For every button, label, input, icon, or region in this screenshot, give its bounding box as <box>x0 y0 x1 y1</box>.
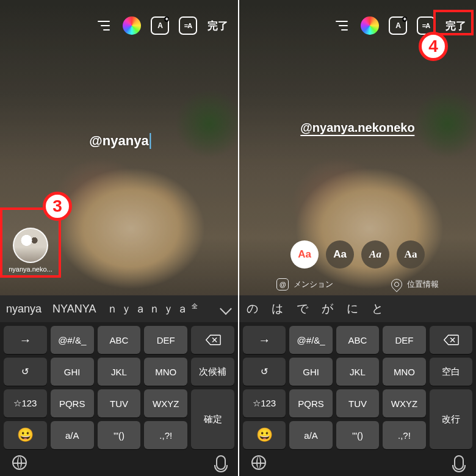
text-align-icon[interactable] <box>94 16 114 35</box>
key-case[interactable]: a/A <box>289 421 332 449</box>
annotation-step-3: 3 <box>43 192 72 221</box>
font-style-option[interactable]: Aa <box>397 240 425 269</box>
key-ghi[interactable]: GHI <box>289 358 332 386</box>
annotation-step-4: 4 <box>419 32 448 61</box>
mic-icon[interactable] <box>454 455 464 470</box>
expand-suggestions-icon[interactable] <box>220 305 232 313</box>
key-emoji[interactable]: 😀 <box>4 421 47 449</box>
keyboard-bottom-bar <box>243 453 472 476</box>
font-style-picker: Aa Aa Aa Aa <box>290 240 425 269</box>
key-undo[interactable]: ↺ <box>4 358 47 386</box>
ime-suggestion[interactable]: nyanya <box>6 303 41 316</box>
key-case[interactable]: a/A <box>51 421 94 449</box>
key-arrow[interactable]: → <box>4 326 47 354</box>
mic-icon[interactable] <box>216 455 226 470</box>
key-punct[interactable]: .,?! <box>383 421 425 449</box>
keyboard: → @#/&_ ABC DEF ↺ GHI JKL MNO 次候補 ☆123 P… <box>0 322 238 476</box>
ime-suggestion[interactable]: で <box>297 301 308 317</box>
text-align-icon[interactable] <box>332 16 352 35</box>
annotation-outline-done <box>433 10 474 35</box>
keyboard-bottom-bar <box>4 453 234 476</box>
suggestion-username: nyanya.neko... <box>9 265 52 273</box>
key-next-candidate[interactable]: 次候補 <box>191 358 234 386</box>
text-effects-button[interactable]: A✦ <box>150 16 170 35</box>
key-symbols[interactable]: @#/&_ <box>289 326 332 354</box>
location-pin-icon <box>389 276 404 292</box>
key-space[interactable]: 空白 <box>430 358 472 386</box>
mention-sticker-button[interactable]: @ メンション <box>276 278 333 290</box>
avatar <box>13 228 48 263</box>
key-quotes[interactable]: '"() <box>336 421 379 449</box>
screen-step-4: A✦ =A 完了 4 @nyanya.nekoneko Aa Aa Aa Aa … <box>238 0 476 476</box>
ime-suggestion[interactable]: と <box>372 301 383 317</box>
key-quotes[interactable]: '"() <box>98 421 141 449</box>
ime-suggestion[interactable]: NYANYA <box>52 303 96 316</box>
key-jkl[interactable]: JKL <box>336 358 379 386</box>
ime-suggestion[interactable]: が <box>322 301 333 317</box>
key-arrow[interactable]: → <box>243 326 286 354</box>
sticker-quick-actions: @ メンション 位置情報 <box>239 275 476 294</box>
key-undo[interactable]: ↺ <box>243 358 286 386</box>
font-style-option[interactable]: Aa <box>290 240 319 269</box>
key-emoji[interactable]: 😀 <box>243 421 286 449</box>
location-sticker-label: 位置情報 <box>407 279 439 290</box>
color-picker-icon[interactable] <box>360 16 380 35</box>
ime-suggestion[interactable]: に <box>347 301 358 317</box>
ime-suggestion-bar: の は で が に と <box>239 295 476 322</box>
key-def[interactable]: DEF <box>383 326 425 354</box>
key-abc[interactable]: ABC <box>98 326 141 354</box>
story-toolbar: A✦ =A 完了 <box>0 13 238 38</box>
done-button[interactable]: 完了 <box>206 16 229 35</box>
ime-suggestion-bar: nyanya NYANYA ｎｙａｎｙａ全 <box>0 295 238 322</box>
font-style-option[interactable]: Aa <box>326 240 354 269</box>
mention-link-text[interactable]: @nyanya.nekoneko <box>300 121 414 136</box>
ime-suggestion[interactable]: の <box>247 301 258 317</box>
globe-icon[interactable] <box>12 455 27 470</box>
globe-icon[interactable] <box>251 455 266 470</box>
color-picker-icon[interactable] <box>122 16 142 35</box>
text-effects-button[interactable]: A✦ <box>388 16 408 35</box>
key-def[interactable]: DEF <box>144 326 187 354</box>
ime-suggestion[interactable]: ｎｙａｎｙａ全 <box>107 301 201 316</box>
ime-suggestion[interactable]: は <box>272 301 283 317</box>
key-jkl[interactable]: JKL <box>98 358 141 386</box>
mention-icon: @ <box>276 278 289 290</box>
key-backspace[interactable] <box>430 326 472 354</box>
screen-step-3: A✦ =A 完了 @nyanya nyanya.neko... 3 nyanya… <box>0 0 238 476</box>
key-mno[interactable]: MNO <box>383 358 425 386</box>
keyboard: → @#/&_ ABC DEF ↺ GHI JKL MNO 空白 ☆123 PQ… <box>239 322 476 476</box>
location-sticker-button[interactable]: 位置情報 <box>391 279 439 290</box>
key-abc[interactable]: ABC <box>336 326 379 354</box>
font-style-option[interactable]: Aa <box>361 240 389 269</box>
key-mno[interactable]: MNO <box>144 358 187 386</box>
text-background-button[interactable]: =A <box>178 16 198 35</box>
key-backspace[interactable] <box>191 326 234 354</box>
mention-input-text[interactable]: @nyanya <box>89 133 148 149</box>
key-symbols[interactable]: @#/&_ <box>51 326 94 354</box>
mention-sticker-label: メンション <box>294 279 333 290</box>
key-ghi[interactable]: GHI <box>51 358 94 386</box>
key-punct[interactable]: .,?! <box>144 421 187 449</box>
